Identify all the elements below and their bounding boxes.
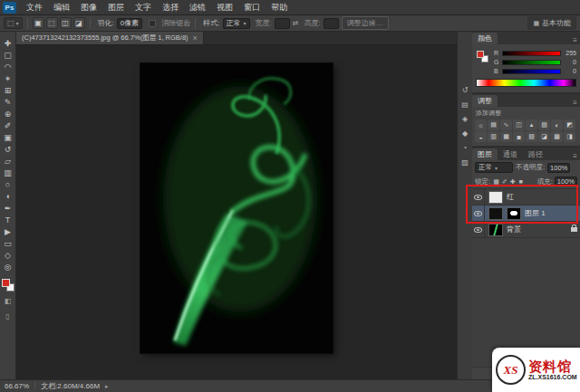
menu-item[interactable]: 帮助 <box>266 0 293 14</box>
brush-panel-icon[interactable]: ▨ <box>459 157 472 168</box>
eyedropper-tool[interactable]: ✎ <box>1 96 15 108</box>
panel-menu-icon[interactable]: ≡ <box>570 99 580 107</box>
vibrance-icon[interactable]: ▴ <box>526 120 537 130</box>
type-tool[interactable]: T <box>1 214 15 225</box>
layer-thumbnail[interactable] <box>488 191 503 204</box>
status-options-arrow-icon[interactable]: ▸ <box>105 383 109 390</box>
layer-thumbnail[interactable] <box>488 207 503 220</box>
mini-color-swatches[interactable] <box>477 51 488 62</box>
gradient-map-icon[interactable]: ◨ <box>564 131 575 142</box>
black-white-icon[interactable]: ◩ <box>564 120 575 130</box>
menu-item[interactable]: 图像 <box>75 0 102 14</box>
visibility-cell[interactable] <box>472 189 485 205</box>
color-swatches[interactable] <box>2 279 14 292</box>
properties-panel-icon[interactable]: ▤ <box>459 99 472 110</box>
layer-row-red[interactable]: 红 <box>472 189 580 206</box>
document-tab[interactable]: (C)473713242132373555.jpg @ 66.7%(图层 1, … <box>16 32 204 44</box>
new-selection-icon[interactable]: ▣ <box>33 17 44 29</box>
green-slider[interactable] <box>502 60 561 65</box>
exposure-icon[interactable]: ◫ <box>513 120 525 130</box>
history-brush-tool[interactable]: ↺ <box>1 143 15 155</box>
path-selection-tool[interactable]: ▶ <box>1 225 15 237</box>
foreground-color-swatch[interactable] <box>477 51 484 58</box>
healing-brush-tool[interactable]: ⊕ <box>1 108 15 120</box>
tool-preset-picker[interactable]: ⬚ ▾ <box>4 17 23 29</box>
gradient-tool[interactable]: ▥ <box>1 167 15 178</box>
history-panel-icon[interactable]: ↺ <box>459 84 472 96</box>
color-spectrum-bar[interactable] <box>476 79 576 87</box>
tab-layers[interactable]: 图层 <box>472 148 498 160</box>
lock-all-icon[interactable]: ■ <box>517 177 525 186</box>
hue-saturation-icon[interactable]: ▧ <box>538 120 550 130</box>
refine-edge-button[interactable]: 调整边缘… <box>342 16 389 30</box>
tab-adjustments[interactable]: 调整 <box>472 95 498 107</box>
levels-icon[interactable]: ▤ <box>488 120 499 130</box>
screen-mode-button[interactable]: ▯ <box>1 311 15 322</box>
info-panel-icon[interactable]: ◈ <box>459 113 472 125</box>
document-image[interactable] <box>140 63 333 353</box>
dodge-tool[interactable]: ◖ <box>1 190 15 202</box>
marquee-tool[interactable]: ▢ <box>1 49 15 61</box>
swap-dimensions-icon[interactable]: ⇄ <box>293 19 299 27</box>
feather-input[interactable]: 0像素 <box>117 18 142 29</box>
fill-value[interactable]: 100% <box>555 177 577 186</box>
layer-mask-thumbnail[interactable] <box>507 207 521 220</box>
layer-row-layer1[interactable]: 图层 1 <box>472 206 580 222</box>
channel-mixer-icon[interactable]: ▥ <box>488 131 499 142</box>
lock-transparency-icon[interactable]: ▦ <box>492 177 500 186</box>
foreground-color-swatch[interactable] <box>2 279 10 287</box>
quick-selection-tool[interactable]: ✶ <box>1 72 15 84</box>
green-value[interactable]: 0 <box>564 59 576 65</box>
posterize-icon[interactable]: ▨ <box>526 131 537 142</box>
clone-stamp-tool[interactable]: ▣ <box>1 131 15 143</box>
tab-color[interactable]: 颜色 <box>472 33 498 44</box>
tab-paths[interactable]: 路径 <box>523 148 548 160</box>
brightness-contrast-icon[interactable]: ☼ <box>475 120 487 130</box>
visibility-cell[interactable] <box>472 206 485 221</box>
selective-color-icon[interactable]: ▩ <box>551 131 563 142</box>
move-tool[interactable]: ✚ <box>1 37 15 49</box>
anti-alias-checkbox[interactable] <box>149 20 156 27</box>
lasso-tool[interactable]: ◠ <box>1 61 15 72</box>
menu-item[interactable]: 窗口 <box>238 0 266 14</box>
blue-value[interactable]: 0 <box>564 68 576 74</box>
crop-tool[interactable]: ⊞ <box>1 84 15 96</box>
eraser-tool[interactable]: ▱ <box>1 155 15 167</box>
tab-channels[interactable]: 通道 <box>498 148 523 160</box>
color-lookup-icon[interactable]: ▦ <box>500 131 512 142</box>
add-to-selection-icon[interactable]: ⬚ <box>46 17 58 29</box>
opacity-value[interactable]: 100% <box>547 163 570 173</box>
lock-pixels-icon[interactable]: ✐ <box>500 177 508 186</box>
layer-thumbnail[interactable] <box>488 224 503 236</box>
blend-mode-select[interactable]: 正常 ▾ <box>475 162 513 173</box>
style-select[interactable]: 正常 ▾ <box>223 18 250 29</box>
panel-menu-icon[interactable]: ≡ <box>570 36 580 44</box>
photoshop-logo-icon[interactable]: Ps <box>3 2 16 14</box>
blue-slider[interactable] <box>502 69 561 74</box>
visibility-cell[interactable] <box>472 222 485 237</box>
color-balance-icon[interactable]: ◐ <box>551 120 563 130</box>
shape-tool[interactable]: ▭ <box>1 237 15 249</box>
zoom-level[interactable]: 66.67% <box>5 382 29 390</box>
threshold-icon[interactable]: ◪ <box>538 131 550 142</box>
red-slider[interactable] <box>502 51 561 56</box>
menu-item[interactable]: 视图 <box>211 0 238 14</box>
menu-item[interactable]: 选择 <box>157 0 184 14</box>
blur-tool[interactable]: ○ <box>1 178 15 190</box>
menu-item[interactable]: 编辑 <box>48 0 75 14</box>
menu-item[interactable]: 文字 <box>130 0 157 14</box>
zoom-tool[interactable]: ◎ <box>1 261 15 272</box>
width-input[interactable] <box>275 18 290 29</box>
height-input[interactable] <box>324 18 339 29</box>
styles-panel-icon[interactable]: ◆ <box>459 128 472 139</box>
menu-item[interactable]: 文件 <box>21 0 48 14</box>
menu-item[interactable]: 图层 <box>102 0 130 14</box>
red-value[interactable]: 255 <box>564 50 576 56</box>
layer-row-background[interactable]: 背景 <box>472 222 580 238</box>
hand-tool[interactable]: ◇ <box>1 249 15 261</box>
photo-filter-icon[interactable]: ◒ <box>475 131 487 142</box>
menu-item[interactable]: 滤镜 <box>184 0 211 14</box>
invert-icon[interactable]: ◙ <box>513 131 525 142</box>
subtract-from-selection-icon[interactable]: ◫ <box>60 17 72 29</box>
close-icon[interactable]: × <box>193 33 198 43</box>
